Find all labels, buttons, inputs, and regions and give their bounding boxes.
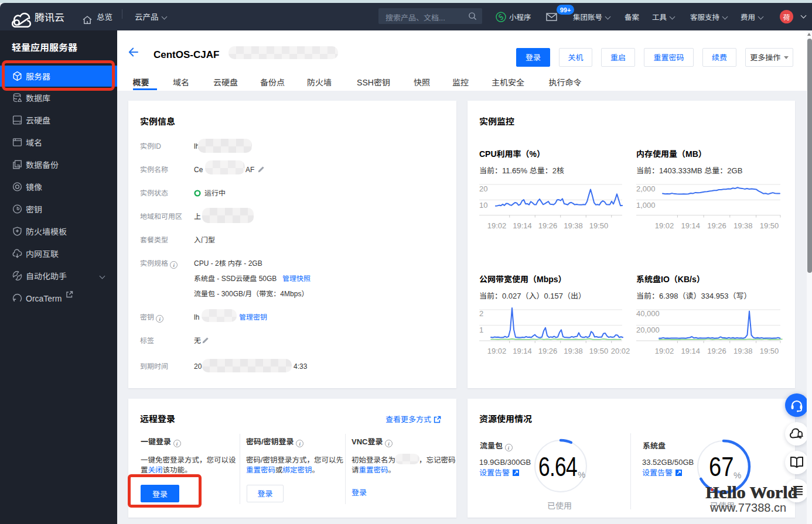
svg-text:19:50: 19:50 xyxy=(760,221,779,230)
svg-text:19:38: 19:38 xyxy=(564,347,583,355)
svg-text:20,000: 20,000 xyxy=(636,326,660,334)
svg-text:19:02: 19:02 xyxy=(655,347,674,355)
svg-text:1,000: 1,000 xyxy=(636,201,656,210)
svg-text:1: 1 xyxy=(479,326,483,334)
svg-text:2,000: 2,000 xyxy=(636,184,656,193)
svg-text:19:26: 19:26 xyxy=(538,347,558,355)
svg-text:19:38: 19:38 xyxy=(733,221,753,230)
svg-text:19:14: 19:14 xyxy=(513,347,532,355)
svg-text:19:02: 19:02 xyxy=(655,221,674,230)
svg-text:20: 20 xyxy=(479,184,487,193)
svg-text:2: 2 xyxy=(479,309,483,318)
svg-text:19:38: 19:38 xyxy=(733,347,753,355)
svg-text:19:14: 19:14 xyxy=(513,221,532,230)
svg-text:10: 10 xyxy=(479,201,487,210)
svg-text:19:02: 19:02 xyxy=(487,347,507,355)
svg-text:19:50: 19:50 xyxy=(589,221,609,230)
svg-text:40,000: 40,000 xyxy=(636,309,660,318)
svg-text:19:26: 19:26 xyxy=(538,221,558,230)
svg-text:20:02: 20:02 xyxy=(611,347,630,355)
svg-text:19:50: 19:50 xyxy=(760,347,779,355)
svg-text:19:38: 19:38 xyxy=(564,221,583,230)
svg-text:19:26: 19:26 xyxy=(707,221,726,230)
svg-text:19:26: 19:26 xyxy=(707,347,726,355)
svg-text:19:14: 19:14 xyxy=(681,347,700,355)
svg-text:19:14: 19:14 xyxy=(681,221,700,230)
svg-text:19:02: 19:02 xyxy=(487,221,507,230)
svg-text:19:50: 19:50 xyxy=(589,347,609,355)
